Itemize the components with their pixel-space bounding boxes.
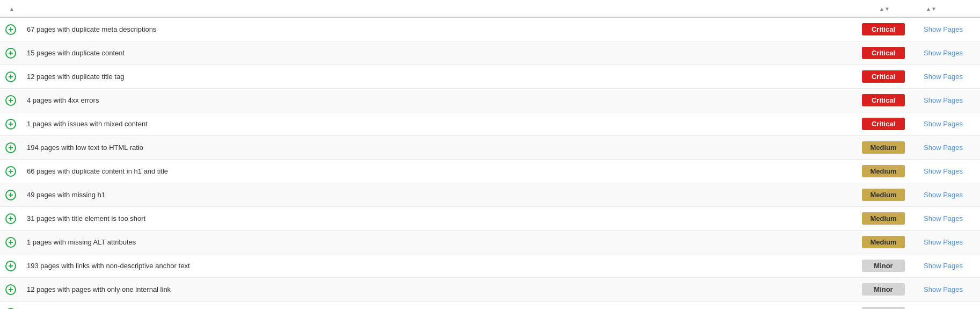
concern-badge: Medium <box>862 165 905 177</box>
table-row: +194 pages with low text to HTML ratioMe… <box>0 136 980 160</box>
concern-badge: Critical <box>862 47 905 59</box>
show-pages-cell: Show Pages <box>916 254 980 278</box>
show-pages-cell: Show Pages <box>916 183 980 207</box>
expand-icon[interactable]: + <box>5 261 16 271</box>
show-pages-link[interactable]: Show Pages <box>924 214 963 222</box>
issue-cell: 1 pages with missing ALT attributes <box>21 231 851 254</box>
issue-cell: 4 pages with 4xx errors <box>21 89 851 112</box>
show-pages-cell: Show Pages <box>916 207 980 231</box>
show-pages-link[interactable]: Show Pages <box>924 49 963 57</box>
concern-badge: Minor <box>862 260 905 272</box>
concern-cell: Critical <box>851 89 916 112</box>
concern-badge: Critical <box>862 94 905 106</box>
show-pages-cell: Show Pages <box>916 89 980 112</box>
concern-badge: Critical <box>862 23 905 35</box>
expand-cell: + <box>0 183 21 207</box>
show-pages-link[interactable]: Show Pages <box>924 167 963 175</box>
issue-cell: 12 pages with pages with only one intern… <box>21 278 851 301</box>
concern-badge: Medium <box>862 212 905 225</box>
issue-cell: 15 pages with duplicate content <box>21 41 851 65</box>
concern-cell: Minor <box>851 278 916 301</box>
concern-cell: Critical <box>851 112 916 136</box>
expand-icon[interactable]: + <box>5 213 16 224</box>
expand-cell: + <box>0 160 21 183</box>
table-row: +1 pages with missing ALT attributesMedi… <box>0 231 980 254</box>
expand-cell: + <box>0 254 21 278</box>
concern-badge: Medium <box>862 189 905 201</box>
table-row: +1 pages with multiple h1 tagsMinorShow … <box>0 301 980 310</box>
concern-column-header[interactable]: ▲▼ <box>851 0 916 17</box>
concern-cell: Medium <box>851 136 916 160</box>
show-pages-cell: Show Pages <box>916 301 980 310</box>
show-pages-link[interactable]: Show Pages <box>924 191 963 199</box>
expand-cell: + <box>0 278 21 301</box>
show-pages-link[interactable]: Show Pages <box>924 120 963 128</box>
table-row: +31 pages with title element is too shor… <box>0 207 980 231</box>
issue-column-header[interactable] <box>21 0 851 17</box>
table-row: +67 pages with duplicate meta descriptio… <box>0 17 980 41</box>
table-row: +4 pages with 4xx errorsCriticalShow Pag… <box>0 89 980 112</box>
expand-icon[interactable]: + <box>5 284 16 295</box>
expand-cell: + <box>0 89 21 112</box>
show-pages-column-header: ▲▼ <box>916 0 980 17</box>
table-row: +15 pages with duplicate contentCritical… <box>0 41 980 65</box>
expand-icon[interactable]: + <box>5 190 16 200</box>
table-row: +49 pages with missing h1MediumShow Page… <box>0 183 980 207</box>
show-pages-link[interactable]: Show Pages <box>924 73 963 81</box>
concern-cell: Medium <box>851 160 916 183</box>
expand-cell: + <box>0 65 21 89</box>
expand-icon[interactable]: + <box>5 142 16 153</box>
table-row: +12 pages with pages with only one inter… <box>0 278 980 301</box>
expand-icon[interactable]: + <box>5 24 16 35</box>
concern-cell: Medium <box>851 231 916 254</box>
show-pages-link[interactable]: Show Pages <box>924 262 963 270</box>
issues-table-container: ▲ ▲▼ ▲▼ +67 pages with duplicate meta de… <box>0 0 980 309</box>
issue-cell: 194 pages with low text to HTML ratio <box>21 136 851 160</box>
concern-badge: Critical <box>862 70 905 83</box>
expand-icon[interactable]: + <box>5 166 16 177</box>
show-pages-cell: Show Pages <box>916 160 980 183</box>
concern-cell: Medium <box>851 183 916 207</box>
sort-up-icon: ▲ <box>9 6 14 12</box>
expand-icon[interactable]: + <box>5 71 16 82</box>
issue-cell: 12 pages with duplicate title tag <box>21 65 851 89</box>
table-body: +67 pages with duplicate meta descriptio… <box>0 17 980 309</box>
concern-cell: Minor <box>851 301 916 310</box>
show-pages-cell: Show Pages <box>916 231 980 254</box>
expand-cell: + <box>0 231 21 254</box>
expand-cell: + <box>0 41 21 65</box>
expand-cell: + <box>0 112 21 136</box>
expand-icon[interactable]: + <box>5 119 16 130</box>
action-sort-icon: ▲▼ <box>926 6 937 12</box>
expand-cell: + <box>0 301 21 310</box>
table-row: +12 pages with duplicate title tagCritic… <box>0 65 980 89</box>
concern-badge: Minor <box>862 307 905 309</box>
show-pages-link[interactable]: Show Pages <box>924 25 963 33</box>
issue-cell: 31 pages with title element is too short <box>21 207 851 231</box>
show-pages-cell: Show Pages <box>916 65 980 89</box>
issue-cell: 66 pages with duplicate content in h1 an… <box>21 160 851 183</box>
show-pages-link[interactable]: Show Pages <box>924 96 963 104</box>
expand-icon[interactable]: + <box>5 48 16 59</box>
issue-cell: 193 pages with links with non-descriptiv… <box>21 254 851 278</box>
show-pages-cell: Show Pages <box>916 278 980 301</box>
table-header-row: ▲ ▲▼ ▲▼ <box>0 0 980 17</box>
issue-cell: 1 pages with issues with mixed content <box>21 112 851 136</box>
table-row: +66 pages with duplicate content in h1 a… <box>0 160 980 183</box>
expand-icon[interactable]: + <box>5 237 16 248</box>
expand-cell: + <box>0 17 21 41</box>
show-pages-cell: Show Pages <box>916 17 980 41</box>
expand-cell: + <box>0 207 21 231</box>
concern-badge: Minor <box>862 283 905 296</box>
show-pages-link[interactable]: Show Pages <box>924 285 963 293</box>
table-row: +193 pages with links with non-descripti… <box>0 254 980 278</box>
expand-icon[interactable]: + <box>5 95 16 106</box>
show-pages-cell: Show Pages <box>916 112 980 136</box>
concern-badge: Medium <box>862 141 905 154</box>
issue-cell: 49 pages with missing h1 <box>21 183 851 207</box>
expand-cell: + <box>0 136 21 160</box>
show-pages-link[interactable]: Show Pages <box>924 238 963 246</box>
issue-cell: 67 pages with duplicate meta description… <box>21 17 851 41</box>
concern-cell: Minor <box>851 254 916 278</box>
show-pages-link[interactable]: Show Pages <box>924 143 963 152</box>
